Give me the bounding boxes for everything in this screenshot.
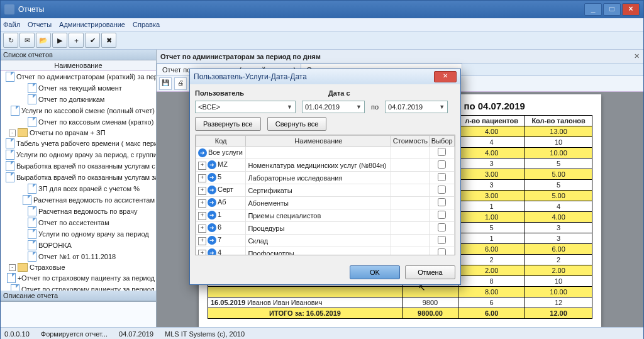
expand-all-button[interactable]: Развернуть все bbox=[195, 117, 261, 131]
grid-row[interactable]: +➜MZНоменклатура медицинских услуг (№804… bbox=[196, 159, 455, 172]
grid-row[interactable]: +➜7Склад bbox=[196, 235, 455, 247]
tree-label: Выработка врачей по оказанным услугам за… bbox=[16, 174, 156, 181]
expand-icon[interactable]: - bbox=[9, 130, 16, 136]
tree-node[interactable]: Отчет по администраторам (краткий) за пе… bbox=[1, 71, 156, 82]
dialog-close-icon[interactable]: ✕ bbox=[434, 71, 457, 82]
refresh-icon[interactable]: ↻ bbox=[3, 33, 18, 48]
menu-reports[interactable]: Отчеты bbox=[28, 21, 52, 28]
report-run-icon[interactable]: ▶ bbox=[52, 33, 67, 48]
grid-row[interactable]: +➜АбАбонементы bbox=[196, 197, 455, 209]
expand-icon[interactable]: + bbox=[198, 187, 206, 195]
user-select[interactable]: <ВСЕ>▼ bbox=[195, 101, 296, 113]
grid-row[interactable]: +➜5Лабораторные исследования bbox=[196, 172, 455, 184]
tree-node[interactable]: Отчет по ассистентам bbox=[1, 217, 156, 228]
tree-node[interactable]: Отчет по страховому пациенту за период bbox=[1, 284, 156, 291]
status-version: 0.0.0.10 bbox=[4, 330, 30, 338]
arrow-icon: ➜ bbox=[208, 160, 216, 169]
expand-icon[interactable]: + bbox=[198, 174, 206, 182]
status-date: 04.07.2019 bbox=[119, 330, 153, 338]
status-bar: 0.0.0.10 Формируется отчет... 04.07.2019… bbox=[1, 327, 643, 339]
tree-label: Отчет по администраторам (краткий) за пе… bbox=[16, 73, 156, 81]
date-from-input[interactable]: 01.04.2019▼ bbox=[302, 101, 365, 113]
expand-icon[interactable]: + bbox=[198, 237, 206, 245]
arrow-icon: ➜ bbox=[208, 173, 216, 182]
tree-node[interactable]: Отчет по кассовым сменам (кратко) bbox=[1, 116, 156, 128]
tree-node[interactable]: Отчет по должникам bbox=[1, 94, 156, 105]
tree-node[interactable]: Табель учета рабочего времени ( макс пер… bbox=[1, 138, 156, 149]
tree-node[interactable]: Расчетная ведомость по ассистентам bbox=[1, 194, 156, 206]
select-checkbox[interactable] bbox=[438, 248, 446, 255]
tree-node[interactable]: -Отчеты по врачам + ЗП bbox=[1, 128, 156, 138]
tree-node[interactable]: Отчет на текущий момент bbox=[1, 82, 156, 94]
expand-icon[interactable]: - bbox=[9, 264, 16, 271]
tree-node[interactable]: Выработка врачей по оказанным услугам за… bbox=[1, 172, 156, 183]
title-bar: Отчеты _ □ × bbox=[1, 1, 643, 18]
select-checkbox[interactable] bbox=[438, 198, 446, 206]
select-checkbox[interactable] bbox=[438, 173, 446, 181]
expand-icon[interactable]: + bbox=[198, 199, 206, 208]
maximize-button[interactable]: □ bbox=[603, 3, 621, 16]
cancel-button[interactable]: Отмена bbox=[405, 265, 455, 279]
grid-row[interactable]: +➜6Процедуры bbox=[196, 222, 455, 235]
expand-icon[interactable]: + bbox=[198, 225, 206, 233]
tree-node[interactable]: Услуги по кассовой смене (полный отчет) bbox=[1, 105, 156, 116]
save-icon[interactable]: 💾 bbox=[159, 77, 172, 90]
open-icon[interactable]: 📂 bbox=[36, 33, 51, 48]
document-icon bbox=[23, 195, 31, 205]
status-copyright: MLS IT Systems (c), 2010 bbox=[165, 330, 245, 338]
print-icon[interactable]: 🖨 bbox=[174, 77, 187, 90]
dialog-title: Пользователь-Услуги-Дата-Дата bbox=[194, 72, 307, 81]
tree-node[interactable]: Отчет №1 от 01.11.2018 bbox=[1, 251, 156, 262]
tree-node[interactable]: Расчетная ведомость по врачу bbox=[1, 206, 156, 217]
to-label: по bbox=[371, 103, 379, 111]
select-checkbox[interactable] bbox=[438, 223, 446, 231]
select-checkbox[interactable] bbox=[438, 160, 446, 169]
tree-node[interactable]: Услуги по одному врачу за период, с груп… bbox=[1, 149, 156, 160]
report-close-icon[interactable]: ✕ bbox=[634, 52, 640, 60]
grid-row[interactable]: +➜СертСертификаты bbox=[196, 184, 455, 197]
document-icon bbox=[28, 218, 36, 228]
document-icon bbox=[11, 106, 19, 116]
select-checkbox[interactable] bbox=[438, 148, 446, 156]
report-add-icon[interactable]: ＋ bbox=[69, 33, 84, 48]
tree-label: Услуги по одному врачу за период bbox=[38, 230, 149, 238]
menu-admin[interactable]: Администрирование bbox=[59, 21, 125, 28]
menu-help[interactable]: Справка bbox=[133, 21, 160, 28]
services-grid[interactable]: КодНаименованиеСтоимостьВыбор➜Все услуги… bbox=[195, 135, 455, 255]
tree-node[interactable]: +Отчет по страховому пациенту за период bbox=[1, 272, 156, 284]
grid-row[interactable]: ➜Все услуги bbox=[196, 147, 455, 159]
minimize-button[interactable]: _ bbox=[584, 3, 602, 16]
tree-column-header: Наименование bbox=[1, 60, 156, 71]
reports-tree[interactable]: Отчет по администраторам (краткий) за пе… bbox=[1, 71, 156, 291]
select-checkbox[interactable] bbox=[438, 211, 446, 219]
new-icon[interactable]: ✉ bbox=[19, 33, 35, 48]
tree-node[interactable]: ВОРОНКА bbox=[1, 240, 156, 251]
menu-file[interactable]: Файл bbox=[3, 21, 20, 28]
tree-node[interactable]: Услуги по одному врачу за период bbox=[1, 228, 156, 240]
ok-button[interactable]: OK bbox=[350, 265, 400, 279]
select-checkbox[interactable] bbox=[438, 186, 446, 194]
date-to-input[interactable]: 04.07.2019▼ bbox=[385, 101, 448, 113]
document-icon bbox=[6, 161, 14, 171]
tree-label: Отчеты по врачам + ЗП bbox=[30, 129, 106, 136]
close-button[interactable]: × bbox=[622, 3, 640, 16]
expand-icon[interactable]: + bbox=[198, 162, 206, 170]
window-title: Отчеты bbox=[18, 5, 44, 14]
document-icon bbox=[6, 150, 14, 160]
tree-node[interactable]: Выработка врачей по оказанным услугам с … bbox=[1, 160, 156, 172]
menu-bar: Файл Отчеты Администрирование Справка bbox=[1, 18, 643, 31]
tree-node[interactable]: -Страховые bbox=[1, 262, 156, 272]
report-check-icon[interactable]: ✔ bbox=[85, 33, 100, 48]
expand-icon[interactable]: + bbox=[198, 212, 206, 220]
grid-row[interactable]: +➜4Профосмотры bbox=[196, 247, 455, 256]
document-icon bbox=[28, 240, 36, 250]
collapse-all-button[interactable]: Свернуть все bbox=[267, 117, 327, 131]
expand-icon[interactable]: + bbox=[198, 250, 206, 255]
select-checkbox[interactable] bbox=[438, 236, 446, 244]
report-header-title: Отчет по администраторам за период по дн… bbox=[160, 53, 321, 60]
report-delete-icon[interactable]: ✖ bbox=[101, 33, 116, 48]
grid-row[interactable]: +➜1Приемы специалистов bbox=[196, 209, 455, 222]
tree-node[interactable]: ЗП для всех врачей с учетом % bbox=[1, 183, 156, 194]
tree-label: Расчетная ведомость по врачу bbox=[38, 208, 138, 215]
document-icon bbox=[6, 172, 14, 182]
